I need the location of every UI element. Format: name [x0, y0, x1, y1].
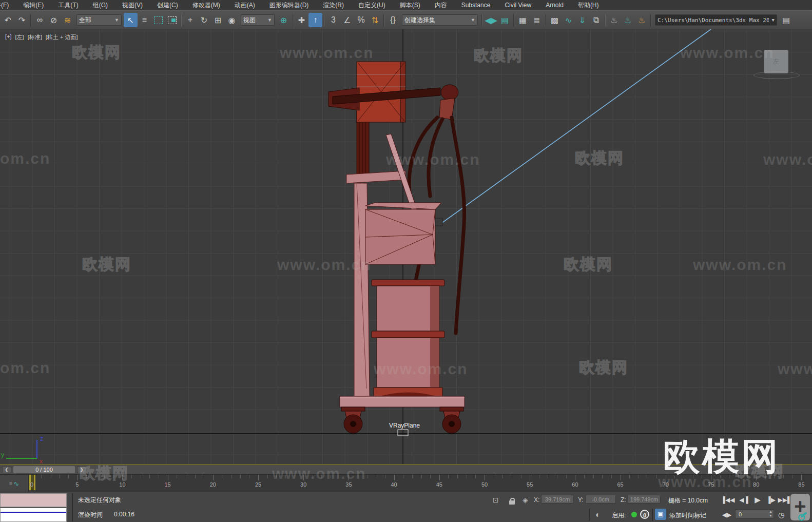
select-place-icon[interactable]: ◉ — [225, 13, 239, 27]
mirror-icon[interactable]: ◀▶ — [484, 13, 498, 27]
schematic-view-icon[interactable]: ⧉ — [589, 13, 603, 27]
curve-editor-icon[interactable]: ∿ — [562, 13, 575, 27]
goto-end-button[interactable]: ▶▶▌ — [778, 494, 792, 506]
ruler-tick — [313, 475, 313, 478]
previous-frame-button[interactable]: ◀▐ — [738, 494, 750, 506]
snap-3d-icon[interactable]: 3 — [326, 13, 340, 27]
ref-coord-dropdown[interactable]: 视图▼ — [241, 14, 275, 26]
dropdown-arrow-icon[interactable]: ▼ — [267, 17, 272, 23]
previous-frame-arrow-button[interactable]: ❮ — [2, 466, 11, 473]
angle-snap-icon[interactable]: ∠ — [340, 13, 354, 27]
menu-item-4[interactable]: 视图(V) — [115, 0, 150, 10]
menu-item-5[interactable]: 创建(C) — [150, 0, 185, 10]
goto-start-button[interactable]: ▐◀◀ — [721, 494, 735, 506]
menu-item-12[interactable]: 内容 — [428, 0, 454, 10]
scale-icon[interactable]: ⊞ — [211, 13, 225, 27]
select-manipulate-icon[interactable]: ✚ — [295, 13, 308, 27]
dropdown-arrow-icon[interactable]: ▼ — [471, 17, 475, 23]
menu-item-1[interactable]: 编辑(E) — [16, 0, 51, 10]
next-frame-arrow-button[interactable]: ❯ — [77, 466, 86, 473]
rect-region-icon — [154, 16, 163, 24]
z-coord-field[interactable]: 199.749cm — [628, 495, 661, 504]
select-by-name-icon[interactable]: ≡ — [138, 13, 151, 27]
time-slider-handle[interactable]: 0 / 100 — [13, 466, 75, 473]
model-drum-upper — [377, 286, 439, 331]
align-icon[interactable]: ▤ — [498, 13, 512, 27]
named-sets-dropdown[interactable]: 创建选择集▼ — [402, 14, 478, 26]
viewport-menu-general[interactable]: [+] — [5, 33, 12, 41]
track-bar[interactable]: 0510152025303540455055606570758085 ≡ ∿ — [0, 474, 812, 492]
maxscript-mini-listener[interactable] — [0, 508, 67, 522]
named-sets-icon[interactable]: {} — [386, 13, 400, 27]
zero-badge-icon[interactable]: 0 — [640, 510, 649, 519]
x-coord-field[interactable]: 39.719cm — [541, 495, 574, 504]
play-button[interactable]: ▶ — [751, 494, 764, 506]
render-icon[interactable]: ♨ — [635, 13, 649, 27]
unlink-icon[interactable]: ⊘ — [47, 13, 61, 27]
key-mode-toggle[interactable]: ◀▶ — [721, 509, 733, 520]
viewport-menu-shading[interactable]: [粘土 + 边面] — [46, 33, 78, 41]
ruler-frame-label: 20 — [204, 481, 222, 488]
whats-new-icon[interactable]: ▤ — [779, 13, 793, 27]
adaptive-degradation-shield-icon[interactable]: ◐ — [595, 510, 601, 519]
viewcube-ring[interactable] — [753, 71, 800, 79]
menu-item-3[interactable]: 组(G) — [86, 0, 115, 10]
selection-lock-icon[interactable] — [509, 497, 515, 507]
render-setup-icon[interactable]: ♨ — [607, 13, 621, 27]
selection-filter-dropdown[interactable]: 全部▼ — [76, 14, 122, 26]
time-configuration-icon[interactable]: ◷ — [776, 509, 786, 520]
absolute-mode-icon[interactable]: ◈ — [523, 496, 528, 504]
keyboard-override-icon[interactable]: ↑ — [308, 13, 322, 27]
scene-explorer-icon[interactable]: ▦ — [516, 13, 530, 27]
move-icon[interactable]: + — [183, 13, 197, 27]
add-time-tag[interactable]: 添加时间标记 — [669, 511, 706, 520]
ribbon-toggle-icon[interactable]: ▩ — [548, 13, 562, 27]
model-sprayer-cart[interactable] — [328, 62, 465, 436]
layer-explorer-icon[interactable]: ≣ — [530, 13, 544, 27]
menu-item-7[interactable]: 动画(A) — [227, 0, 262, 10]
rendered-frame-icon[interactable]: ♨ — [621, 13, 635, 27]
select-object-icon[interactable]: ↖ — [124, 13, 138, 27]
redo-icon[interactable]: ↷ — [15, 13, 29, 27]
dropdown-arrow-icon[interactable]: ▼ — [114, 17, 119, 23]
menu-item-10[interactable]: 自定义(U) — [351, 0, 393, 10]
window-crossing-icon — [168, 16, 177, 24]
next-frame-button[interactable]: ▐▶ — [765, 494, 777, 506]
rotate-icon[interactable]: ↻ — [197, 13, 211, 27]
viewcube[interactable]: 左 — [764, 50, 788, 73]
macro-recorder-field[interactable] — [0, 493, 67, 507]
menu-item-11[interactable]: 脚本(S) — [393, 0, 428, 10]
menu-item-15[interactable]: Arnold — [538, 0, 571, 10]
current-frame-field[interactable]: 0▲▼ — [735, 509, 774, 518]
ruler-tick — [104, 475, 105, 478]
material-editor-icon[interactable]: ⇓ — [575, 13, 589, 27]
y-coord-field[interactable]: -0.0cm — [585, 495, 616, 504]
menu-item-16[interactable]: 帮助(H) — [571, 0, 606, 10]
undo-icon[interactable]: ↶ — [1, 13, 15, 27]
menu-item-0[interactable]: 文件(F) — [0, 0, 16, 10]
menu-item-6[interactable]: 修改器(M) — [185, 0, 227, 10]
ruler-tick — [485, 475, 485, 480]
project-folder-dropdown[interactable]: C:\Users\Han\Documents\3ds Max 2022▼ — [655, 14, 777, 26]
frame-spinner[interactable]: ▲▼ — [769, 510, 772, 518]
viewport-menu-pov[interactable]: [左] — [15, 33, 24, 41]
menu-item-13[interactable]: Substance — [454, 0, 498, 10]
link-icon[interactable]: ∞ — [33, 13, 47, 27]
spinner-snap-icon[interactable]: ⇅ — [368, 13, 382, 27]
window-crossing-icon[interactable] — [165, 13, 179, 27]
dropdown-arrow-icon[interactable]: ▼ — [772, 17, 775, 23]
menu-item-14[interactable]: Civil View — [497, 0, 538, 10]
mini-curve-editor-button[interactable]: ≡ ∿ — [0, 475, 29, 492]
isolate-selection-icon[interactable]: ⊡ — [493, 496, 499, 504]
percent-snap-icon[interactable]: % — [354, 13, 368, 27]
menu-item-2[interactable]: 工具(T) — [51, 0, 85, 10]
viewport-left-view[interactable]: z y x [+] [左] [标准] [粘土 + 边面] 左 VRayPlane — [0, 29, 812, 465]
menu-item-8[interactable]: 图形编辑器(D) — [262, 0, 316, 10]
pivot-center-icon[interactable]: ⊕ — [277, 13, 291, 27]
viewport-menu-standard[interactable]: [标准] — [28, 33, 42, 41]
time-tag-cube-icon[interactable]: ▣ — [655, 509, 666, 520]
menu-item-9[interactable]: 渲染(R) — [316, 0, 351, 10]
set-key-button[interactable]: + — [790, 494, 810, 520]
rect-region-icon[interactable] — [151, 13, 165, 27]
bind-spacewarp-icon[interactable]: ≋ — [61, 13, 74, 27]
